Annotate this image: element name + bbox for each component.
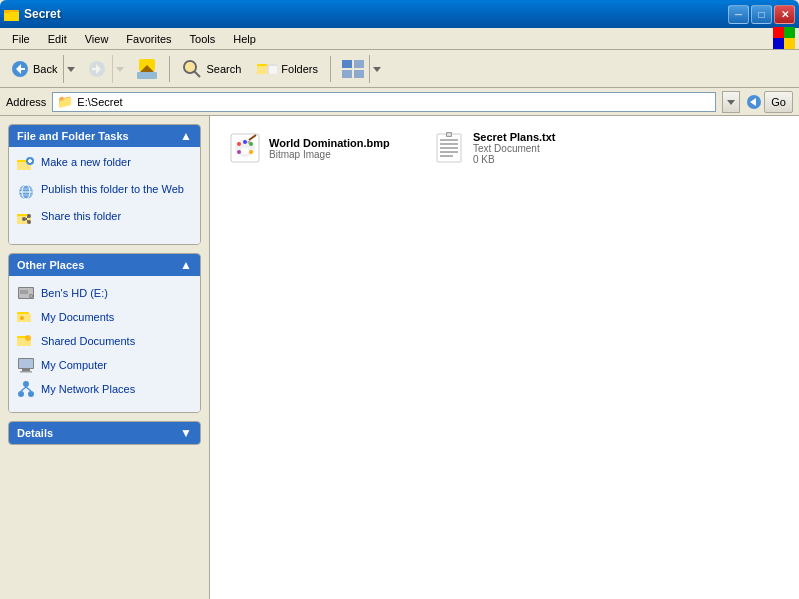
menu-view[interactable]: View	[77, 31, 117, 47]
search-button[interactable]: Search	[175, 54, 248, 84]
svg-rect-61	[22, 369, 30, 371]
toolbar: Back	[0, 50, 799, 88]
my-computer-text: My Computer	[41, 359, 107, 371]
menu-help[interactable]: Help	[225, 31, 264, 47]
file-name-bmp: World Domination.bmp	[269, 137, 390, 149]
folders-icon	[257, 59, 277, 79]
svg-point-18	[185, 62, 195, 72]
bens-hd-link[interactable]: Ben's HD (E:)	[17, 284, 192, 302]
left-panel: File and Folder Tasks ▲ Make a new folde…	[0, 116, 210, 599]
svg-marker-27	[373, 67, 381, 72]
address-go-arrow-icon	[746, 94, 762, 110]
address-dropdown[interactable]	[722, 91, 740, 113]
up-button[interactable]	[130, 54, 164, 84]
back-button[interactable]: Back	[4, 54, 79, 84]
my-documents-text: My Documents	[41, 311, 114, 323]
svg-point-71	[243, 140, 247, 144]
svg-point-58	[25, 335, 31, 341]
svg-point-73	[249, 150, 253, 154]
address-input[interactable]	[77, 96, 711, 108]
my-computer-link[interactable]: My Computer	[17, 356, 192, 374]
close-button[interactable]: ✕	[774, 5, 795, 24]
xp-flag-icon	[773, 27, 795, 49]
share-folder-link[interactable]: Share this folder	[17, 209, 192, 228]
svg-line-67	[26, 387, 31, 391]
shared-documents-text: Shared Documents	[41, 335, 135, 347]
svg-marker-9	[67, 67, 75, 72]
toolbar-separator-1	[169, 56, 170, 82]
back-label: Back	[33, 63, 57, 75]
svg-rect-22	[269, 66, 277, 74]
svg-rect-1	[4, 12, 19, 21]
txt-file-icon	[433, 132, 465, 164]
my-documents-link[interactable]: My Documents	[17, 308, 192, 326]
file-item-bmp[interactable]: World Domination.bmp Bitmap Image	[220, 126, 420, 170]
svg-line-66	[21, 387, 26, 391]
other-places-section: Other Places ▲ Ben's HD (E:)	[8, 253, 201, 413]
menu-edit[interactable]: Edit	[40, 31, 75, 47]
minimize-button[interactable]: ─	[728, 5, 749, 24]
menu-file[interactable]: File	[4, 31, 38, 47]
other-places-title: Other Places	[17, 259, 84, 271]
other-places-header[interactable]: Other Places ▲	[9, 254, 200, 276]
title-text: Secret	[24, 7, 61, 21]
title-buttons: ─ □ ✕	[728, 5, 795, 24]
views-dropdown-icon	[373, 65, 381, 73]
file-tasks-section: File and Folder Tasks ▲ Make a new folde…	[8, 124, 201, 245]
my-docs-icon	[17, 308, 35, 326]
share-folder-text: Share this folder	[41, 209, 121, 223]
address-dropdown-icon	[727, 98, 735, 106]
make-new-folder-link[interactable]: Make a new folder	[17, 155, 192, 174]
file-tasks-title: File and Folder Tasks	[17, 130, 129, 142]
go-button[interactable]: Go	[764, 91, 793, 113]
title-folder-icon	[4, 6, 20, 22]
svg-rect-4	[784, 27, 795, 38]
search-icon	[182, 59, 202, 79]
file-info-bmp: World Domination.bmp Bitmap Image	[269, 137, 390, 160]
svg-line-17	[194, 71, 200, 77]
svg-point-55	[20, 316, 24, 320]
svg-marker-12	[116, 67, 124, 72]
svg-rect-24	[354, 60, 364, 68]
svg-point-70	[237, 142, 241, 146]
drive-icon	[17, 284, 35, 302]
my-network-link[interactable]: My Network Places	[17, 380, 192, 398]
shared-documents-link[interactable]: Shared Documents	[17, 332, 192, 350]
toolbar-separator-2	[330, 56, 331, 82]
file-type-bmp: Bitmap Image	[269, 149, 390, 160]
svg-point-75	[241, 148, 249, 154]
make-new-folder-text: Make a new folder	[41, 155, 131, 169]
forward-button[interactable]	[81, 54, 128, 84]
file-size-txt: 0 KB	[473, 154, 556, 165]
views-icon	[341, 59, 365, 79]
title-bar: Secret ─ □ ✕	[0, 0, 799, 28]
file-tasks-header[interactable]: File and Folder Tasks ▲	[9, 125, 200, 147]
file-tasks-body: Make a new folder Publish this folder to…	[9, 147, 200, 244]
folders-button[interactable]: Folders	[250, 54, 325, 84]
svg-point-64	[18, 391, 24, 397]
details-collapse-icon: ▼	[180, 426, 192, 440]
back-arrow-icon	[11, 60, 29, 78]
file-name-txt: Secret Plans.txt	[473, 131, 556, 143]
views-button[interactable]	[336, 54, 385, 84]
menu-favorites[interactable]: Favorites	[118, 31, 179, 47]
right-content: World Domination.bmp Bitmap Image Secret	[210, 116, 799, 599]
other-places-body: Ben's HD (E:) My Documents	[9, 276, 200, 412]
svg-rect-60	[19, 359, 33, 368]
svg-rect-15	[137, 72, 157, 79]
main-area: File and Folder Tasks ▲ Make a new folde…	[0, 116, 799, 599]
svg-rect-3	[773, 27, 784, 38]
publish-folder-text: Publish this folder to the Web	[41, 182, 184, 196]
details-header[interactable]: Details ▼	[9, 422, 200, 444]
file-item-txt[interactable]: Secret Plans.txt Text Document 0 KB	[424, 126, 624, 170]
publish-icon	[17, 183, 35, 201]
maximize-button[interactable]: □	[751, 5, 772, 24]
svg-rect-23	[342, 60, 352, 68]
address-label: Address	[6, 96, 46, 108]
bmp-file-icon	[229, 132, 261, 164]
svg-rect-26	[354, 70, 364, 78]
publish-folder-link[interactable]: Publish this folder to the Web	[17, 182, 192, 201]
svg-rect-85	[447, 133, 451, 136]
svg-rect-52	[20, 290, 28, 294]
menu-tools[interactable]: Tools	[182, 31, 224, 47]
